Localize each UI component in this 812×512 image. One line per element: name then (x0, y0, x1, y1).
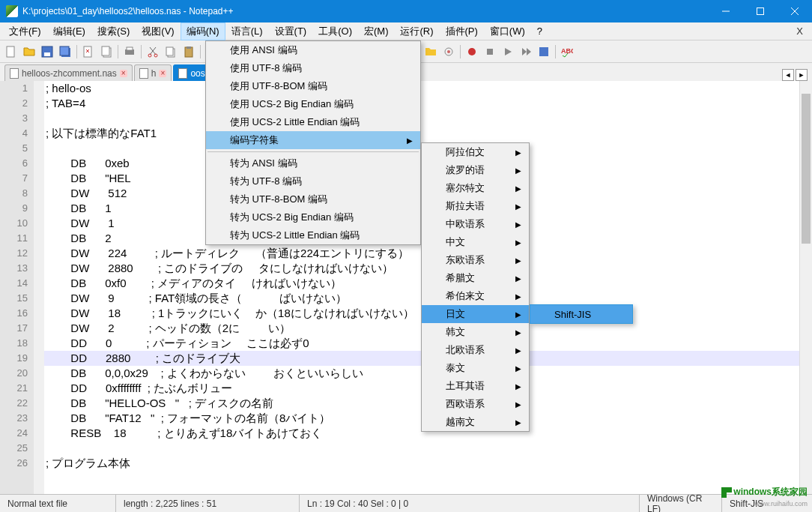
menu-item-12[interactable]: ? (531, 23, 548, 39)
svg-rect-16 (187, 46, 191, 49)
menu-option[interactable]: 希伯来文▶ (422, 287, 529, 305)
menu-option[interactable]: 编码字符集▶ (206, 131, 420, 149)
submenu-arrow-icon: ▶ (515, 328, 521, 337)
menu-option[interactable]: 韩文▶ (422, 323, 529, 341)
watermark-text: windows系统家园 (733, 486, 808, 499)
menu-item-10[interactable]: 插件(P) (440, 22, 484, 40)
tab-prev-button[interactable]: ◄ (782, 69, 794, 81)
charset-submenu[interactable]: 阿拉伯文▶波罗的语▶塞尔特文▶斯拉夫语▶中欧语系▶中文▶东欧语系▶希腊文▶希伯来… (421, 142, 530, 432)
svg-point-27 (447, 50, 450, 53)
menu-item-5[interactable]: 语言(L) (225, 22, 269, 40)
code-line[interactable] (44, 111, 812, 126)
tab-1[interactable]: h× (134, 64, 172, 81)
record-macro-icon[interactable] (464, 43, 480, 60)
code-line[interactable]: ; 以下は標準的なFAT1 (44, 126, 812, 141)
code-line[interactable] (44, 441, 812, 456)
scrollbar-thumb[interactable] (802, 94, 811, 244)
tab-next-button[interactable]: ► (796, 69, 808, 81)
tab-0[interactable]: helloos-zhcomment.nas× (4, 64, 133, 81)
folder-icon[interactable] (422, 43, 439, 60)
toolbar-separator (141, 45, 142, 58)
menu-item-8[interactable]: 宏(M) (358, 22, 395, 40)
submenu-arrow-icon: ▶ (407, 136, 413, 145)
status-eol: Windows (CR LF) (640, 495, 722, 512)
menu-option[interactable]: 阿拉伯文▶ (422, 143, 529, 161)
save-icon[interactable] (39, 43, 55, 60)
file-icon (178, 68, 187, 79)
code-line[interactable]: ; hello-os (44, 81, 812, 96)
line-number-gutter: 1234567891011121314151617181920212223242… (0, 81, 34, 507)
menu-option[interactable]: Shift-JIS (530, 305, 632, 323)
maximize-button[interactable] (743, 0, 778, 22)
print-icon[interactable] (121, 43, 138, 60)
menu-item-6[interactable]: 设置(T) (269, 22, 313, 40)
submenu-arrow-icon: ▶ (515, 184, 521, 193)
menu-option[interactable]: 斯拉夫语▶ (422, 197, 529, 215)
menu-item-2[interactable]: 搜索(S) (91, 22, 136, 40)
copy-icon[interactable] (163, 43, 179, 60)
encoding-menu[interactable]: 使用 ANSI 编码使用 UTF-8 编码使用 UTF-8-BOM 编码使用 U… (205, 40, 421, 245)
menu-item-0[interactable]: 文件(F) (3, 22, 47, 40)
menu-item-1[interactable]: 编辑(E) (47, 22, 91, 40)
run-multi-icon[interactable] (518, 43, 534, 60)
menu-item-4[interactable]: 编码(N) (181, 22, 225, 40)
menu-option[interactable]: 使用 UTF-8-BOM 编码 (206, 77, 420, 95)
menu-option[interactable]: 西欧语系▶ (422, 395, 529, 413)
play-macro-icon[interactable] (500, 43, 516, 60)
menu-option[interactable]: 中文▶ (422, 233, 529, 251)
code-line[interactable]: ; プログラム本体 (44, 456, 812, 471)
submenu-arrow-icon: ▶ (515, 346, 521, 355)
menu-option[interactable]: 塞尔特文▶ (422, 179, 529, 197)
menu-option[interactable]: 波罗的语▶ (422, 161, 529, 179)
svg-rect-1 (7, 46, 14, 57)
minimize-button[interactable] (709, 0, 743, 22)
menu-option[interactable]: 使用 ANSI 编码 (206, 41, 420, 59)
svg-point-28 (468, 48, 476, 55)
menu-option[interactable]: 希腊文▶ (422, 269, 529, 287)
menu-option[interactable]: 泰文▶ (422, 359, 529, 377)
code-line[interactable]: ; TAB=4 (44, 96, 812, 111)
menu-option[interactable]: 转为 UTF-8 编码 (206, 172, 420, 190)
menu-option[interactable]: 使用 UTF-8 编码 (206, 59, 420, 77)
new-file-icon[interactable] (3, 43, 19, 60)
menu-option[interactable]: 中欧语系▶ (422, 215, 529, 233)
menu-option[interactable]: 土耳其语▶ (422, 377, 529, 395)
save-all-icon[interactable] (57, 43, 73, 60)
close-file-icon[interactable] (80, 43, 97, 60)
tab-label: h (151, 68, 157, 79)
menu-item-9[interactable]: 运行(R) (394, 22, 439, 40)
menu-option[interactable]: 转为 UCS-2 Big Endian 编码 (206, 208, 420, 226)
tab-close-icon[interactable]: × (159, 70, 166, 77)
menu-option[interactable]: 北欧语系▶ (422, 341, 529, 359)
menu-option[interactable]: 转为 UTF-8-BOM 编码 (206, 190, 420, 208)
paste-icon[interactable] (181, 43, 197, 60)
submenu-arrow-icon: ▶ (515, 400, 521, 409)
menu-option[interactable]: 东欧语系▶ (422, 251, 529, 269)
svg-rect-0 (757, 8, 764, 15)
status-filetype: Normal text file (0, 495, 116, 512)
svg-rect-30 (539, 47, 548, 56)
menu-option[interactable]: 使用 UCS-2 Little Endian 编码 (206, 113, 420, 131)
open-file-icon[interactable] (21, 43, 37, 60)
stop-macro-icon[interactable] (482, 43, 498, 60)
menu-option[interactable]: 转为 ANSI 编码 (206, 154, 420, 172)
menu-item-11[interactable]: 窗口(W) (484, 22, 531, 40)
mdi-close-icon[interactable]: X (790, 25, 809, 37)
close-all-icon[interactable] (98, 43, 115, 60)
menu-option[interactable]: 转为 UCS-2 Little Endian 编码 (206, 226, 420, 244)
japanese-submenu[interactable]: Shift-JIS (530, 304, 633, 324)
spellcheck-icon[interactable]: ABC (559, 43, 575, 60)
save-macro-icon[interactable] (536, 43, 552, 60)
tab-close-icon[interactable]: × (120, 70, 127, 77)
menu-item-3[interactable]: 视图(V) (136, 22, 180, 40)
submenu-arrow-icon: ▶ (515, 418, 521, 427)
vertical-scrollbar[interactable] (799, 81, 812, 507)
menu-option[interactable]: 使用 UCS-2 Big Endian 编码 (206, 95, 420, 113)
monitor-icon[interactable] (440, 43, 457, 60)
svg-rect-10 (127, 47, 133, 50)
menu-item-7[interactable]: 工具(O) (312, 22, 358, 40)
menu-option[interactable]: 日文▶ (422, 305, 529, 323)
cut-icon[interactable] (145, 43, 161, 60)
close-button[interactable] (778, 0, 812, 22)
menu-option[interactable]: 越南文▶ (422, 413, 529, 431)
